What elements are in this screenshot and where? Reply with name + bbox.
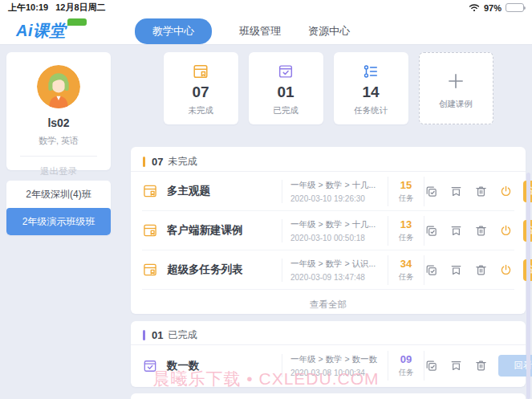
- app-logo: Ai课堂: [16, 20, 87, 42]
- stat-value-unfinished: 07: [164, 83, 238, 101]
- task-unit: 任务: [388, 233, 424, 243]
- lesson-breadcrumb: 一年级 > 数学 > 认识...: [290, 259, 380, 270]
- stat-label-unfinished: 未完成: [164, 105, 238, 116]
- view-all-link[interactable]: 查看全部: [131, 290, 526, 319]
- stat-card-tasks[interactable]: 14 任务统计: [334, 52, 408, 124]
- battery-icon: ⚡: [506, 3, 524, 12]
- trash-icon[interactable]: [474, 224, 488, 238]
- task-unit: 任务: [388, 368, 424, 378]
- task-count-block: 09 任务: [388, 351, 424, 381]
- lesson-row: 客户端新建课例 一年级 > 数学 > 十几... 2020-03-10 00:5…: [142, 211, 514, 250]
- section-unfinished: 07 未完成 多主观题 一年级 > 数学 > 十几... 2020-03-10 …: [131, 147, 526, 314]
- lesson-title: 多主观题: [167, 184, 282, 198]
- lesson-meta: 一年级 > 数学 > 数一数 2020-03-08 10:00:34: [282, 354, 388, 377]
- avatar: [37, 65, 80, 108]
- battery-percent: 97%: [484, 3, 502, 13]
- section-title: 未完成: [168, 155, 197, 169]
- logo-badge: [67, 18, 87, 26]
- top-bar: 上午10:19 12月8日周二 97% ⚡ Ai课堂 教学中心 班级管理 资源中…: [0, 0, 532, 45]
- stats-row: 07 未完成 01 已完成 14 任务统计: [131, 52, 526, 124]
- profile-subjects: 数学, 英语: [6, 135, 111, 147]
- stat-value-finished: 01: [249, 83, 323, 101]
- trash-icon[interactable]: [474, 185, 488, 198]
- section-unfinished-header: 07 未完成: [131, 153, 526, 172]
- lesson-breadcrumb: 一年级 > 数学 > 数一数: [290, 354, 380, 365]
- section-count: 07: [152, 156, 163, 168]
- lesson-card-icon: [164, 63, 238, 80]
- status-bar: 上午10:19 12月8日周二 97% ⚡: [0, 2, 532, 14]
- wifi-icon: [469, 3, 480, 12]
- lesson-card-icon: [142, 222, 158, 238]
- task-count: 09: [388, 353, 424, 365]
- stat-label-tasks: 任务统计: [334, 105, 408, 116]
- row-actions: [424, 359, 498, 373]
- status-date: 12月8日周二: [55, 2, 105, 14]
- bookmark-icon[interactable]: [449, 224, 463, 238]
- scrollbar[interactable]: [526, 173, 530, 399]
- class-item-demo[interactable]: 2年级演示班级班: [6, 208, 111, 235]
- lesson-breadcrumb: 一年级 > 数学 > 十几...: [290, 180, 380, 191]
- lesson-datetime: 2020-03-10 00:50:18: [290, 234, 380, 242]
- lesson-breadcrumb: 一年级 > 数学 > 十几...: [290, 219, 380, 230]
- lesson-row: 多主观题 一年级 > 数学 > 十几... 2020-03-10 19:26:3…: [142, 172, 514, 211]
- row-actions: [424, 263, 523, 277]
- task-list-icon: [334, 63, 408, 80]
- lesson-row: 数一数 一年级 > 数学 > 数一数 2020-03-08 10:00:34 0…: [142, 345, 514, 386]
- stat-card-finished[interactable]: 01 已完成: [249, 52, 323, 124]
- calendar-check-icon: [249, 63, 323, 80]
- app-logo-text: Ai课堂: [16, 20, 66, 42]
- create-lesson-label: 创建课例: [420, 99, 493, 110]
- tab-teaching-center[interactable]: 教学中心: [135, 18, 212, 44]
- trash-icon[interactable]: [474, 263, 488, 277]
- task-count: 34: [388, 258, 424, 270]
- lesson-card-icon: [142, 183, 158, 199]
- power-icon[interactable]: [499, 224, 513, 238]
- profile-name: ls02: [6, 116, 111, 129]
- class-item-shenzhen[interactable]: 2年级深圳(4)班: [6, 181, 111, 208]
- copy-icon[interactable]: [424, 263, 438, 277]
- task-count: 15: [388, 179, 424, 191]
- task-count-block: 15 任务: [388, 177, 424, 206]
- lesson-title: 客户端新建课例: [167, 223, 282, 238]
- task-unit: 任务: [388, 193, 424, 204]
- section-title: 已完成: [168, 328, 197, 342]
- power-icon[interactable]: [499, 185, 513, 198]
- lesson-meta: 一年级 > 数学 > 认识... 2020-03-09 13:47:48: [282, 259, 388, 282]
- tab-class-management[interactable]: 班级管理: [239, 18, 281, 44]
- lesson-datetime: 2020-03-10 19:26:30: [290, 194, 380, 203]
- task-count-block: 34 任务: [388, 255, 424, 285]
- tab-resource-center[interactable]: 资源中心: [308, 18, 350, 44]
- create-lesson-button[interactable]: 创建课例: [419, 52, 493, 124]
- lesson-title: 超级多任务列表: [167, 263, 282, 277]
- calendar-check-icon: [142, 358, 158, 374]
- copy-icon[interactable]: [424, 359, 438, 373]
- accent-bar: [143, 330, 145, 340]
- accent-bar: [143, 157, 145, 167]
- bookmark-icon[interactable]: [449, 359, 463, 373]
- profile-card: ls02 数学, 英语 退出登录: [6, 52, 111, 170]
- bookmark-icon[interactable]: [449, 185, 463, 198]
- bookmark-icon[interactable]: [449, 263, 463, 277]
- lesson-card-icon: [142, 262, 158, 278]
- status-time: 上午10:19: [8, 2, 48, 14]
- section-count: 01: [152, 329, 163, 341]
- stat-label-finished: 已完成: [249, 105, 323, 116]
- stat-value-tasks: 14: [334, 83, 408, 101]
- section-finished: 01 已完成 数一数 一年级 > 数学 > 数一数 2020-03-08 10:…: [131, 321, 526, 387]
- copy-icon[interactable]: [424, 224, 438, 238]
- power-icon[interactable]: [499, 263, 513, 277]
- main-nav: 教学中心 班级管理 资源中心: [135, 18, 350, 44]
- task-count: 13: [388, 218, 424, 230]
- lesson-row: 超级多任务列表 一年级 > 数学 > 认识... 2020-03-09 13:4…: [142, 250, 514, 290]
- class-list: 2年级深圳(4)班 2年级演示班级班: [6, 181, 111, 235]
- task-count-block: 13 任务: [388, 216, 424, 246]
- lesson-meta: 一年级 > 数学 > 十几... 2020-03-10 19:26:30: [282, 180, 388, 203]
- section-finished-header: 01 已完成: [131, 326, 526, 345]
- lesson-datetime: 2020-03-08 10:00:34: [290, 368, 380, 377]
- lesson-meta: 一年级 > 数学 > 十几... 2020-03-10 00:50:18: [282, 219, 388, 242]
- lesson-datetime: 2020-03-09 13:47:48: [290, 273, 380, 282]
- copy-icon[interactable]: [424, 185, 438, 198]
- logout-button[interactable]: 退出登录: [6, 165, 111, 177]
- stat-card-unfinished[interactable]: 07 未完成: [164, 52, 238, 124]
- trash-icon[interactable]: [474, 359, 488, 373]
